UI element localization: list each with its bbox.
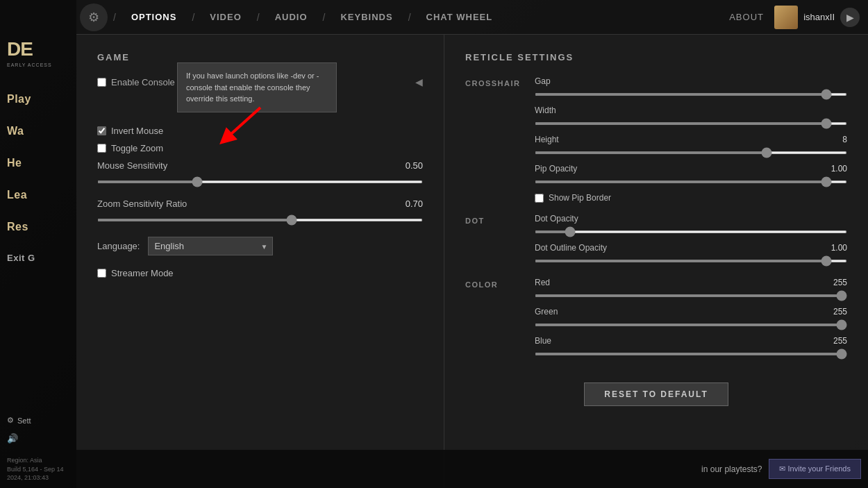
dot-controls: Dot Opacity Dot Outline Opacity 1.00 <box>535 214 847 272</box>
language-label: Language: <box>97 241 140 251</box>
show-pip-border-checkbox[interactable] <box>535 194 544 203</box>
streamer-mode-checkbox[interactable] <box>97 269 106 278</box>
tab-chat-wheel[interactable]: CHAT WHEEL <box>417 12 503 22</box>
options-gear-icon: ⚙ <box>80 3 108 31</box>
sidebar-logo: DE <box>7 38 33 60</box>
tab-video[interactable]: VIDEO <box>200 12 251 22</box>
zoom-sensitivity-label: Zoom Sensitivity Ratio <box>97 199 187 209</box>
color-section: COLOR Red 255 Green 255 <box>465 278 847 365</box>
red-slider[interactable] <box>535 294 847 297</box>
dot-outline-opacity-label: Dot Outline Opacity <box>535 243 607 253</box>
blue-label: Blue <box>535 336 551 346</box>
blue-slider[interactable] <box>535 353 847 355</box>
green-container: Green 255 <box>535 307 847 329</box>
green-label: Green <box>535 307 558 317</box>
game-section: GAME Enable Console ◀ If you have launch… <box>76 35 444 488</box>
topnav: ⚙ / OPTIONS / VIDEO / AUDIO / KEYBINDS /… <box>76 0 868 35</box>
sidebar-region: Region: Asia Build 5,164 - Sep 14 2024, … <box>7 456 76 482</box>
sidebar-item-her[interactable]: He <box>0 147 76 179</box>
main-panel: GAME Enable Console ◀ If you have launch… <box>76 35 868 488</box>
tab-options[interactable]: OPTIONS <box>122 12 187 22</box>
mouse-sensitivity-label: Mouse Sensitivity <box>97 160 167 171</box>
invite-friends-button[interactable]: ✉ Invite your Friends <box>769 459 861 479</box>
reticle-title: RETICLE SETTINGS <box>465 52 847 62</box>
green-value: 255 <box>833 307 847 317</box>
sidebar-item-play[interactable]: Play <box>0 83 76 115</box>
dot-outline-opacity-slider[interactable] <box>535 260 847 262</box>
color-label: COLOR <box>465 278 535 365</box>
invert-mouse-label: Invert Mouse <box>111 126 163 136</box>
mouse-sensitivity-value: 0.50 <box>406 160 423 171</box>
gap-slider[interactable] <box>535 93 847 96</box>
settings-label: Sett <box>17 417 31 425</box>
user-menu-button[interactable]: ▶ <box>840 8 860 27</box>
zoom-sensitivity-slider[interactable] <box>97 219 423 221</box>
user-area: ishanxII ▶ <box>774 6 868 29</box>
height-container: Height 8 <box>535 135 847 157</box>
show-pip-row: Show Pip Border <box>535 193 847 203</box>
sidebar-settings[interactable]: ⚙ Sett <box>0 410 76 430</box>
enable-console-label: Enable Console <box>111 77 175 87</box>
dot-opacity-container: Dot Opacity <box>535 214 847 236</box>
tooltip-text: If you have launch options like -dev or … <box>186 71 319 103</box>
crosshair-label: CROSSHAIR <box>465 76 535 208</box>
nav-separator-1: / <box>113 12 116 23</box>
color-controls: Red 255 Green 255 Blue <box>535 278 847 365</box>
tab-about[interactable]: ABOUT <box>729 12 764 22</box>
width-container: Width <box>535 106 847 128</box>
tab-keybinds[interactable]: KEYBINDS <box>331 12 402 22</box>
gear-icon: ⚙ <box>7 416 14 425</box>
tab-audio[interactable]: AUDIO <box>265 12 317 22</box>
tooltip-indicator: ◀ <box>415 76 423 87</box>
dot-outline-opacity-container: Dot Outline Opacity 1.00 <box>535 243 847 265</box>
language-select-wrapper: English French German Spanish Japanese C… <box>148 237 273 255</box>
sidebar-item-exit[interactable]: Exit G <box>0 243 76 273</box>
enable-console-checkbox[interactable] <box>97 78 106 87</box>
dot-section: DOT Dot Opacity Dot Outline Opacity 1.00 <box>465 214 847 272</box>
mouse-sensitivity-section: Mouse Sensitivity 0.50 <box>97 160 423 186</box>
sidebar-volume[interactable]: 🔊 <box>0 430 76 446</box>
game-title: GAME <box>97 52 423 62</box>
invert-mouse-checkbox[interactable] <box>97 126 106 135</box>
username: ishanxII <box>803 12 835 22</box>
width-slider[interactable] <box>535 122 847 125</box>
show-pip-label: Show Pip Border <box>549 193 611 203</box>
svg-line-1 <box>226 108 260 139</box>
toggle-zoom-label: Toggle Zoom <box>111 143 163 153</box>
height-value: 8 <box>842 135 847 144</box>
height-slider[interactable] <box>535 151 847 154</box>
language-select[interactable]: English French German Spanish Japanese C… <box>148 237 273 255</box>
pip-opacity-value: 1.00 <box>831 164 847 174</box>
dot-opacity-label: Dot Opacity <box>535 214 578 224</box>
sidebar-bottom: ⚙ Sett 🔊 <box>0 410 76 446</box>
bottom-bar: in our playtests? ✉ Invite your Friends <box>76 450 868 488</box>
toggle-zoom-checkbox[interactable] <box>97 144 106 153</box>
red-value: 255 <box>833 278 847 287</box>
nav-separator-4: / <box>323 12 326 23</box>
nav-separator-3: / <box>257 12 260 23</box>
zoom-sensitivity-section: Zoom Sensitivity Ratio 0.70 <box>97 199 423 224</box>
user-avatar <box>774 6 798 29</box>
streamer-mode-label: Streamer Mode <box>111 268 174 278</box>
streamer-mode-row: Streamer Mode <box>97 268 423 278</box>
language-row: Language: English French German Spanish … <box>97 237 423 255</box>
pip-opacity-slider[interactable] <box>535 180 847 183</box>
height-label: Height <box>535 135 559 144</box>
zoom-sensitivity-value: 0.70 <box>406 199 423 209</box>
red-arrow-indicator <box>212 101 267 159</box>
dot-outline-opacity-value: 1.00 <box>831 243 847 253</box>
dot-opacity-slider[interactable] <box>535 230 847 233</box>
bottom-bar-text: in our playtests? <box>701 464 762 474</box>
reticle-section: RETICLE SETTINGS CROSSHAIR Gap Width <box>444 35 868 488</box>
blue-value: 255 <box>833 336 847 346</box>
sidebar-item-lea[interactable]: Lea <box>0 179 76 211</box>
green-slider[interactable] <box>535 323 847 326</box>
reset-to-default-button[interactable]: RESET TO DEFAULT <box>584 382 728 406</box>
pip-opacity-container: Pip Opacity 1.00 <box>535 164 847 186</box>
dot-label: DOT <box>465 214 535 272</box>
nav-separator-2: / <box>192 12 194 23</box>
sidebar-item-war[interactable]: Wa <box>0 115 76 147</box>
pip-opacity-label: Pip Opacity <box>535 164 577 174</box>
sidebar-item-res[interactable]: Res <box>0 211 76 243</box>
mouse-sensitivity-slider[interactable] <box>97 180 423 183</box>
